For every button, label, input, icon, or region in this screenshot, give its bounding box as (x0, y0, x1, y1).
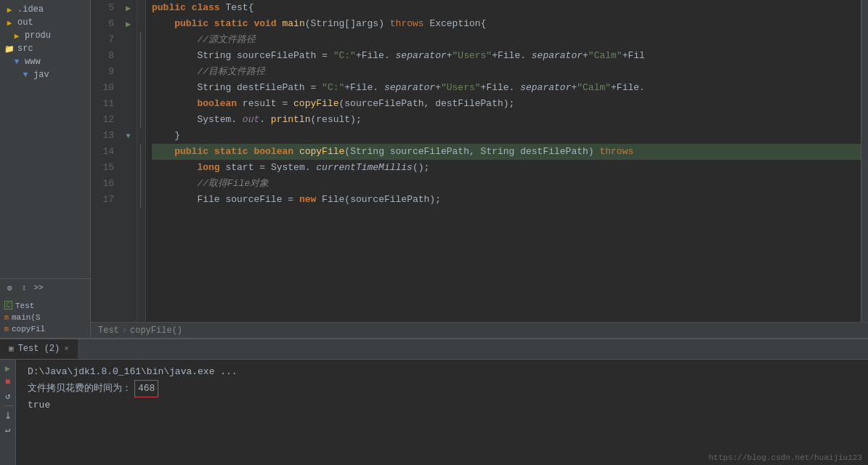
sidebar: ▶ .idea ▶ out ▶ produ 📁 src ▼ www ▼ jav (0, 0, 91, 338)
method-label-test: Test (15, 302, 34, 310)
rerun-btn[interactable]: ↺ (2, 390, 14, 402)
line-num-5: 5 (91, 0, 120, 16)
gutter-8 (120, 48, 137, 64)
run-arrow-6[interactable]: ▶ (126, 19, 131, 30)
method-item-main[interactable]: m main(S (4, 312, 86, 323)
method-main: main (283, 16, 305, 32)
output-line-3: true (28, 397, 861, 413)
code-content[interactable]: public class Test { public static void m… (146, 0, 861, 322)
gutter-7 (120, 32, 137, 48)
code-line-12: System. out. println(result); (152, 112, 861, 128)
gutter-12 (120, 112, 137, 128)
indent-13 (137, 128, 145, 144)
folder-icon-produ: ▶ (12, 31, 22, 41)
stop-btn[interactable]: ■ (2, 376, 14, 388)
line-num-16: 16 (91, 176, 120, 192)
run-btn[interactable]: ▶ (2, 363, 14, 374)
line-num-17: 17 (91, 192, 120, 208)
method-item-copy[interactable]: m copyFil (4, 323, 86, 335)
line-num-11: 11 (91, 96, 120, 112)
line-num-12: 12 (91, 112, 120, 128)
code-lines-container: 5 6 7 8 9 10 11 12 13 14 15 16 17 ▶ (91, 0, 868, 322)
kw-long: long (197, 160, 219, 176)
gutter-5[interactable]: ▶ (120, 0, 137, 16)
comment-16: //取得File对象 (197, 176, 269, 192)
tree-label-jav: jav (33, 70, 49, 80)
folder-icon-src: 📁 (4, 44, 15, 54)
gutter-13[interactable]: ▼ (120, 128, 137, 144)
folder-icon-out: ▶ (4, 17, 15, 28)
gutter-15 (120, 160, 137, 176)
breadcrumb-sep: › (122, 326, 127, 336)
method-icon-main: m (4, 314, 9, 322)
collapse-13[interactable]: ▼ (126, 132, 130, 140)
run-arrow-5[interactable]: ▶ (126, 3, 131, 14)
tree-label-produ: produ (25, 31, 51, 41)
sidebar-toolbar: ⚙ ↕ >> (0, 278, 90, 296)
line-num-13: 13 (91, 128, 120, 144)
kw-throws-6: throws (390, 16, 424, 32)
breadcrumb-bar: Test › copyFile() (91, 322, 868, 338)
sidebar-btn-3[interactable]: >> (32, 281, 45, 294)
line-num-8: 8 (91, 48, 120, 64)
exception-class: Exception (429, 16, 480, 32)
tree-item-jav[interactable]: ▼ jav (0, 68, 90, 81)
sidebar-btn-1[interactable]: ⚙ (3, 281, 16, 294)
output-true: true (28, 397, 50, 413)
kw-public-5: public (152, 0, 186, 16)
bottom-tab-test[interactable]: ▣ Test (2) × (0, 339, 78, 359)
gutter-10 (120, 80, 137, 96)
method-label-main: main(S (12, 313, 41, 322)
sidebar-btn-2[interactable]: ↕ (17, 281, 31, 294)
tree-item-out[interactable]: ▶ out (0, 16, 90, 29)
line-num-15: 15 (91, 160, 120, 176)
brace-5: { (248, 0, 254, 16)
indent-6 (137, 16, 145, 32)
gutter-6[interactable]: ▶ (120, 16, 137, 32)
sidebar-methods: 🄲 Test m main(S m copyFil (0, 296, 90, 338)
folder-icon-idea: ▶ (4, 4, 15, 15)
editor-area: 5 6 7 8 9 10 11 12 13 14 15 16 17 ▶ (91, 0, 868, 338)
code-line-15: long start = System. currentTimeMillis()… (152, 160, 861, 176)
method-ctm: currentTimeMillis (316, 160, 413, 176)
bottom-content: ▶ ■ ↺ ⤓ ↵ D:\Java\jdk1.8.0_161\bin\java.… (0, 360, 868, 465)
line-numbers: 5 6 7 8 9 10 11 12 13 14 15 16 17 (91, 0, 120, 322)
gutter: ▶ ▶ ▼ (120, 0, 137, 322)
scroll-end-btn[interactable]: ⤓ (2, 410, 14, 421)
kw-void: void (253, 16, 276, 32)
kw-throws-14: throws (599, 144, 633, 160)
string-c: "C:" (333, 48, 356, 64)
code-editor[interactable]: 5 6 7 8 9 10 11 12 13 14 15 16 17 ▶ (91, 0, 868, 322)
line-num-7: 7 (91, 32, 120, 48)
kw-boolean-14: boolean (253, 144, 293, 160)
tab-label: Test (2) (18, 344, 60, 354)
method-label-copy: copyFil (12, 325, 45, 333)
code-line-8: String sourceFilePath = "C:"+File. separ… (152, 48, 861, 64)
tree-label-out: out (17, 17, 33, 28)
indent-5 (137, 0, 145, 16)
indent-16 (140, 176, 145, 192)
class-icon: 🄲 (4, 301, 12, 310)
breadcrumb-method: copyFile() (130, 326, 182, 336)
tab-close-btn[interactable]: × (64, 344, 69, 353)
code-line-10: String destFilePath = "C:"+File. separat… (152, 80, 861, 96)
right-scrollbar[interactable] (861, 0, 868, 322)
line-num-14: 14 (91, 144, 120, 160)
soft-wrap-btn[interactable]: ↵ (2, 424, 14, 435)
tree-item-www[interactable]: ▼ www (0, 55, 90, 68)
bottom-tabs: ▣ Test (2) × (0, 339, 868, 360)
method-icon-copy: m (4, 326, 9, 333)
tree-item-produ[interactable]: ▶ produ (0, 29, 90, 42)
tree-item-idea[interactable]: ▶ .idea (0, 3, 90, 16)
method-item-test[interactable]: 🄲 Test (4, 299, 86, 312)
folder-icon-jav: ▼ (20, 70, 31, 80)
bottom-panel: ▣ Test (2) × ▶ ■ ↺ ⤓ ↵ D:\Java\jdk1.8.0_… (0, 338, 868, 465)
code-line-5: public class Test { (152, 0, 861, 16)
code-line-14: public static boolean copyFile(String so… (152, 144, 861, 160)
indent-10 (140, 80, 145, 96)
kw-static: static (214, 16, 248, 32)
code-line-9: //目标文件路径 (152, 64, 861, 80)
gutter-17 (120, 192, 137, 208)
indent-7 (140, 32, 145, 48)
tree-item-src[interactable]: 📁 src (0, 42, 90, 55)
